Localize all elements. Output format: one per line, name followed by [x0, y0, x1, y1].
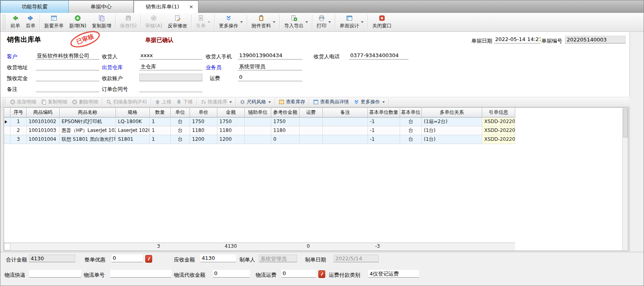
header-cell[interactable]: 多单位关系	[422, 108, 482, 117]
table-row[interactable]: 2100101003惠普（HP）LaserJet 1020LaserJet 10…	[4, 126, 628, 135]
consignee-field[interactable]: xxxx	[139, 52, 202, 60]
discount-icon[interactable]	[145, 255, 152, 263]
close-window-button[interactable]: 关闭窗口	[369, 14, 394, 31]
table-cell[interactable]: 台	[400, 117, 422, 126]
header-cell[interactable]: 数量	[150, 108, 171, 117]
table-cell[interactable]: 1750	[190, 117, 217, 126]
print-button[interactable]: 打印	[314, 14, 334, 31]
table-cell[interactable]	[245, 126, 271, 135]
table-row[interactable]: 3100101004联想 S1801 黑白激光打印S18011台12001200…	[4, 135, 628, 144]
table-cell[interactable]	[323, 135, 368, 144]
header-cell[interactable]: 引单信息	[482, 108, 515, 117]
add-new-button[interactable]: 新增(N)	[66, 14, 89, 31]
table-cell[interactable]: 1200	[217, 135, 245, 144]
warehouse-field[interactable]: 主仓库	[139, 63, 202, 70]
vertical-scrollbar[interactable]	[622, 108, 628, 251]
prev-doc-button[interactable]: 前单	[8, 14, 23, 31]
table-cell[interactable]: 100101004	[27, 135, 60, 144]
size-style-button[interactable]: 尺码风格	[237, 98, 273, 106]
more-operations-button[interactable]: 更多操作	[216, 14, 246, 31]
header-cell[interactable]: 序号	[10, 108, 27, 117]
freight-pay-type-field[interactable]: 4仅登记运费	[368, 270, 419, 278]
header-cell[interactable]: 单价	[190, 108, 217, 117]
table-cell[interactable]: 100101002	[27, 117, 60, 126]
address-field[interactable]	[36, 63, 99, 70]
receivable-field[interactable]: 4130	[200, 255, 236, 262]
logistics-no-field[interactable]	[110, 270, 171, 278]
table-cell[interactable]: 1	[150, 135, 171, 144]
logistics-freight-field[interactable]: 0	[281, 270, 316, 278]
logistics-cod-field[interactable]: 0	[213, 270, 250, 278]
table-cell[interactable]: -1	[368, 126, 400, 135]
unaudit-modify-button[interactable]: 反审修改	[165, 14, 190, 31]
tab-function-nav[interactable]: 功能导航窗	[0, 0, 69, 13]
table-cell[interactable]	[323, 126, 368, 135]
table-cell[interactable]	[245, 135, 271, 144]
table-cell[interactable]: 1180	[271, 126, 299, 135]
table-cell[interactable]: 1750	[217, 117, 245, 126]
ui-design-button[interactable]: 界面设计	[337, 14, 366, 31]
table-cell[interactable]	[299, 126, 323, 135]
tab-sales-outbound[interactable]: 销售出库单(1) ×	[134, 0, 198, 13]
table-cell[interactable]: 2	[10, 126, 27, 135]
next-doc-button[interactable]: 后单	[23, 14, 38, 31]
header-cell[interactable]: 规格	[116, 108, 150, 117]
table-cell[interactable]: 惠普（HP）LaserJet 1020	[60, 126, 116, 135]
header-cell[interactable]: 运费	[299, 108, 323, 117]
header-cell[interactable]: 单位	[171, 108, 190, 117]
row-selector-cell[interactable]	[4, 126, 10, 135]
row-selector-cell[interactable]	[4, 135, 10, 144]
table-cell[interactable]: LaserJet 1020	[116, 126, 150, 135]
mobile-field[interactable]: 1390013900434	[238, 52, 302, 60]
table-cell[interactable]: 1	[150, 126, 171, 135]
table-cell[interactable]: S1801	[116, 135, 150, 144]
contract-field[interactable]	[139, 84, 202, 92]
view-product-detail-button[interactable]: 查看商品详情	[311, 98, 351, 106]
table-cell[interactable]: 1180	[190, 126, 217, 135]
table-cell[interactable]: (1台)	[422, 135, 482, 144]
copy-new-button[interactable]: 复制新增	[89, 14, 114, 31]
import-export-button[interactable]: 导入导出	[281, 14, 311, 31]
table-cell[interactable]: 1180	[217, 126, 245, 135]
table-cell[interactable]: 联想 S1801 黑白激光打印	[60, 135, 116, 144]
freight-field[interactable]: 0	[238, 74, 302, 81]
view-stock-button[interactable]: 查看库存	[277, 98, 308, 106]
table-cell[interactable]: 3	[10, 135, 27, 144]
table-cell[interactable]: 台	[171, 126, 190, 135]
table-cell[interactable]: 台	[171, 117, 190, 126]
table-cell[interactable]	[299, 117, 323, 126]
grid-more-operations-button[interactable]: 更多操作	[351, 98, 387, 106]
table-cell[interactable]: 台	[400, 135, 422, 144]
table-cell[interactable]: EPSON针式打印机	[60, 117, 116, 126]
header-cell[interactable]: 备注	[323, 108, 368, 117]
phone-field[interactable]: 0377-9343400304	[349, 52, 409, 60]
header-cell[interactable]: 基本单位	[400, 108, 422, 117]
table-cell[interactable]: 1	[150, 117, 171, 126]
row-selector-cell[interactable]	[4, 117, 10, 126]
table-cell[interactable]: -1	[368, 135, 400, 144]
table-cell[interactable]: (1台)	[422, 126, 482, 135]
table-cell[interactable]: -1	[368, 117, 400, 126]
table-cell[interactable]: (1箱=2台)	[422, 117, 482, 126]
table-cell[interactable]	[323, 117, 368, 126]
table-cell[interactable]: 0	[271, 135, 299, 144]
header-cell[interactable]: 辅助单位	[245, 108, 271, 117]
table-cell[interactable]: 1750	[271, 117, 299, 126]
customer-field[interactable]: 亚拓软件科技有限公司	[36, 52, 99, 60]
header-cell[interactable]: 基本单位数量	[368, 108, 400, 117]
header-cell[interactable]: 商品编码	[27, 108, 60, 117]
header-cell[interactable]: 商品名称	[60, 108, 116, 117]
deposit-field[interactable]	[36, 74, 99, 81]
header-cell[interactable]: 金额	[217, 108, 245, 117]
table-cell[interactable]: 1200	[190, 135, 217, 144]
table-cell[interactable]: LQ-1800K	[116, 117, 150, 126]
tab-document-center[interactable]: 单据中心	[69, 0, 134, 13]
header-cell[interactable]: 参考价金额	[271, 108, 299, 117]
tab-close-icon[interactable]: ×	[188, 4, 194, 10]
remark-field[interactable]	[36, 84, 99, 92]
table-cell[interactable]: 100101003	[27, 126, 60, 135]
logistics-courier-field[interactable]	[29, 270, 81, 278]
table-cell[interactable]: XSDD-2022051	[482, 135, 515, 144]
order-discount-field[interactable]: 0	[111, 255, 143, 262]
table-cell[interactable]: 1	[10, 117, 27, 126]
